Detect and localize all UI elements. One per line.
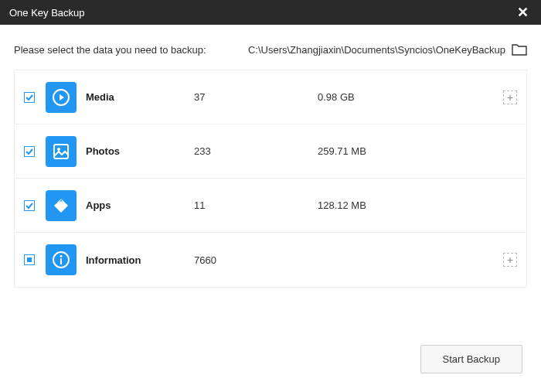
list-item: Apps 11 128.12 MB	[15, 179, 526, 233]
info-icon	[46, 244, 77, 275]
checkbox-apps[interactable]	[24, 200, 35, 211]
start-backup-button[interactable]: Start Backup	[420, 345, 522, 373]
prompt-text: Please select the data you need to backu…	[14, 44, 248, 56]
header-row: Please select the data you need to backu…	[14, 43, 527, 56]
list-item: Photos 233 259.71 MB	[15, 124, 526, 179]
item-name: Apps	[86, 199, 194, 211]
expand-icon[interactable]: +	[503, 90, 517, 104]
item-count: 233	[194, 145, 318, 157]
play-icon	[46, 82, 77, 113]
item-count: 37	[194, 91, 318, 103]
item-name: Media	[86, 91, 194, 103]
apps-icon	[46, 190, 77, 221]
list-item: Media 37 0.98 GB +	[15, 70, 526, 124]
content-area: Please select the data you need to backu…	[0, 25, 541, 288]
checkbox-photos[interactable]	[24, 146, 35, 157]
item-size: 0.98 GB	[318, 91, 503, 103]
svg-point-4	[60, 255, 63, 257]
titlebar: One Key Backup ✕	[0, 0, 541, 25]
item-count: 7660	[194, 254, 318, 266]
footer: Start Backup	[420, 345, 522, 373]
expand-icon[interactable]: +	[503, 253, 517, 267]
folder-icon[interactable]	[512, 43, 527, 56]
close-icon[interactable]: ✕	[514, 4, 532, 21]
svg-point-2	[57, 148, 60, 151]
checkbox-information[interactable]	[24, 254, 35, 265]
item-name: Photos	[86, 145, 194, 157]
item-count: 11	[194, 199, 318, 211]
photo-icon	[46, 136, 77, 167]
window-title: One Key Backup	[9, 7, 514, 19]
item-size: 259.71 MB	[318, 145, 517, 157]
backup-list: Media 37 0.98 GB + Photos 233 259.71 MB …	[14, 70, 527, 288]
checkbox-media[interactable]	[24, 92, 35, 103]
item-name: Information	[86, 254, 194, 266]
svg-rect-5	[60, 258, 62, 264]
backup-path: C:\Users\Zhangjiaxin\Documents\Syncios\O…	[248, 44, 505, 56]
list-item: Information 7660 +	[15, 233, 526, 287]
item-size: 128.12 MB	[318, 199, 517, 211]
